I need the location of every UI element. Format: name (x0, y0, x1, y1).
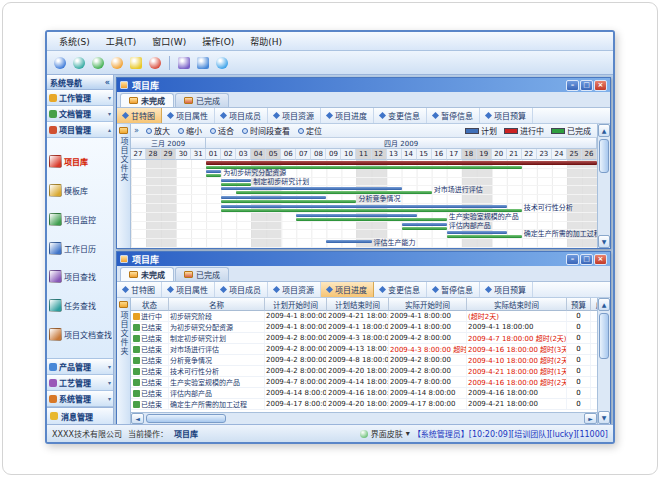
sidebar-item-project-search[interactable]: 项目查找 (48, 269, 112, 284)
tab-unfinished[interactable]: 未完成 (120, 267, 174, 281)
project-folder-tab[interactable]: 项目文件夹 (117, 124, 131, 248)
sidebar-item-work-calendar[interactable]: 工作日历 (48, 241, 112, 256)
table-row[interactable]: 已结束对市场进行评估2009-4-2 8:00:002009-4-13 18:0… (131, 344, 597, 355)
gantt-vscrollbar[interactable]: ▲ ▼ (597, 124, 610, 248)
subtab-project-members[interactable]: 项目成员 (215, 282, 268, 297)
help-icon[interactable] (213, 54, 231, 72)
maximize-button[interactable]: □ (580, 80, 593, 91)
plan-bar[interactable] (221, 205, 507, 208)
tab-unfinished[interactable]: 未完成 (120, 93, 174, 107)
tab-finished[interactable]: 已完成 (175, 267, 229, 281)
plan-bar[interactable] (206, 170, 221, 173)
actual-bar[interactable] (296, 218, 446, 221)
plan-bar[interactable] (326, 240, 371, 243)
plan-bar[interactable] (402, 223, 447, 226)
table-row[interactable]: 进行中初步研究阶段2009-4-1 8:00:002009-4-21 18:00… (131, 311, 597, 322)
column-header-status[interactable]: 状态 (131, 298, 169, 311)
menu-item[interactable]: 系统(S) (51, 33, 98, 50)
subtab-pause-info[interactable]: 暂停信息 (427, 108, 480, 123)
table-window-titlebar[interactable]: 项目库 – □ × (117, 252, 610, 266)
scroll-down-arrow[interactable]: ▼ (598, 235, 610, 248)
sidebar-item-project-monitor[interactable]: 项目监控 (48, 212, 112, 227)
scroll-thumb[interactable] (599, 313, 609, 359)
scroll-track[interactable] (598, 137, 610, 235)
stop-icon[interactable] (146, 54, 164, 72)
scroll-track[interactable] (598, 311, 610, 411)
subtab-change-info[interactable]: 变更信息 (374, 108, 427, 123)
scroll-up-arrow[interactable]: ▲ (598, 298, 610, 311)
locate-button[interactable]: 定位 (294, 125, 326, 136)
subtab-project-props[interactable]: 项目属性 (162, 282, 215, 297)
close-button[interactable]: × (594, 80, 607, 91)
subtab-gantt-view[interactable]: 甘特图 (117, 282, 162, 297)
sidebar-group-project-management[interactable]: 项目管理▴ (47, 122, 113, 138)
actual-bar[interactable] (221, 209, 522, 212)
maximize-button[interactable]: □ (580, 254, 593, 265)
zoom-out-button[interactable]: 缩小 (174, 125, 206, 136)
table-vscrollbar[interactable]: ▲ ▼ (597, 298, 610, 424)
project-folder-tab[interactable]: 项目文件夹 (117, 298, 131, 424)
sidebar-group-document-management[interactable]: 文档管理▾ (47, 106, 113, 122)
column-header-actual-start[interactable]: 实际开始时间 (389, 298, 467, 311)
plan-bar[interactable] (221, 187, 401, 190)
menu-item[interactable]: 窗口(W) (144, 33, 194, 50)
actual-bar[interactable] (221, 183, 251, 186)
table-hscrollbar[interactable]: ◄ ► (131, 412, 597, 424)
menu-item[interactable]: 工具(T) (98, 33, 145, 50)
table-row[interactable]: 已结束评估内部产品2009-4-14 8:00:002009-4-16 18:0… (131, 388, 597, 399)
cascade-windows-icon[interactable] (175, 54, 193, 72)
table-row[interactable]: 已结束技术可行性分析2009-4-2 8:00:002009-4-20 18:0… (131, 366, 597, 377)
menu-item[interactable]: 帮助(H) (242, 33, 290, 50)
column-header-budget[interactable]: 预算 (567, 298, 591, 311)
menu-item[interactable]: 操作(O) (194, 33, 242, 50)
scroll-track[interactable] (144, 413, 584, 424)
table-row[interactable]: 已结束确定生产所需的加工过程2009-4-17 8:00:002009-4-20… (131, 399, 597, 410)
skin-label[interactable]: 界面皮肤 (371, 428, 403, 439)
subtab-change-info[interactable]: 变更信息 (374, 282, 427, 297)
actual-bar[interactable] (402, 227, 447, 230)
minimize-button[interactable]: – (566, 80, 579, 91)
subtab-project-resources[interactable]: 项目资源 (268, 282, 321, 297)
subtab-gantt-view[interactable]: 甘特图 (117, 108, 162, 123)
tab-finished[interactable]: 已完成 (175, 93, 229, 107)
actual-bar[interactable] (447, 235, 522, 238)
minimize-button[interactable]: – (566, 254, 579, 265)
actual-bar[interactable] (206, 174, 221, 177)
sidebar-item-template-library[interactable]: 模板库 (48, 183, 112, 198)
sidebar-item-task-search[interactable]: 任务查找 (48, 298, 112, 313)
column-header-plan-end[interactable]: 计划结束时间 (327, 298, 389, 311)
toolbar-overflow-icon[interactable]: » (134, 126, 142, 135)
zoom-in-button[interactable]: 放大 (142, 125, 174, 136)
sidebar-group-process-management[interactable]: 工艺管理▾ (47, 375, 113, 391)
gantt-window-titlebar[interactable]: 项目库 – □ × (117, 78, 610, 92)
column-header-name[interactable]: 名称 (169, 298, 265, 311)
scroll-left-arrow[interactable]: ◄ (131, 413, 144, 424)
subtab-project-props[interactable]: 项目属性 (162, 108, 215, 123)
plan-bar[interactable] (221, 179, 251, 182)
system-icon[interactable] (51, 54, 69, 72)
column-header-plan-start[interactable]: 计划开始时间 (265, 298, 327, 311)
subtab-project-budget[interactable]: 项目预算 (480, 108, 533, 123)
subtab-project-progress[interactable]: 项目进度 (321, 282, 374, 297)
subtab-pause-info[interactable]: 暂停信息 (427, 282, 480, 297)
lock-icon[interactable] (127, 54, 145, 72)
sidebar-group-product-management[interactable]: 产品管理▾ (47, 359, 113, 375)
save-icon[interactable] (89, 54, 107, 72)
subtab-project-resources[interactable]: 项目资源 (268, 108, 321, 123)
subtab-project-budget[interactable]: 项目预算 (480, 282, 533, 297)
sidebar-group-work-management[interactable]: 工作管理▾ (47, 90, 113, 106)
workspace-icon[interactable] (70, 54, 88, 72)
column-header-actual-end[interactable]: 实际结束时间 (467, 298, 567, 311)
sidebar-item-project-library[interactable]: 项目库 (48, 154, 112, 169)
actual-bar[interactable] (236, 191, 431, 194)
tile-windows-icon[interactable] (194, 54, 212, 72)
timespan-button[interactable]: 时间段查看 (238, 125, 294, 136)
plan-bar[interactable] (221, 196, 326, 199)
scroll-thumb[interactable] (599, 139, 609, 173)
table-row[interactable]: 已结束制定初步研究计划2009-4-2 8:00:002009-4-3 18:0… (131, 333, 597, 344)
sidebar-group-system-management[interactable]: 系统管理▾ (47, 391, 113, 407)
table-row[interactable]: 已结束为初步研究分配资源2009-4-1 8:00:002009-4-1 18:… (131, 322, 597, 333)
fit-button[interactable]: 适合 (206, 125, 238, 136)
refresh-icon[interactable] (108, 54, 126, 72)
table-row[interactable]: 已结束生产实验室规模的产品2009-4-7 8:00:002009-4-14 1… (131, 377, 597, 388)
